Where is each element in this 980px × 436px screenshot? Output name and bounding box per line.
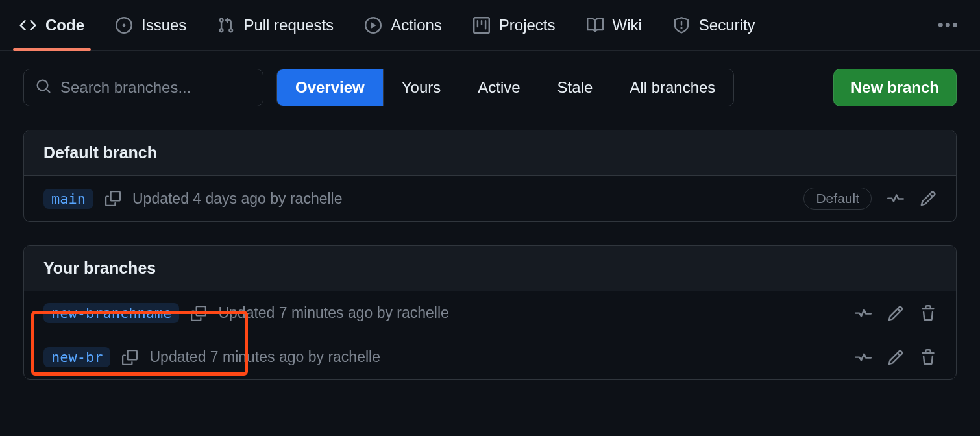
issue-icon (116, 17, 132, 34)
trash-icon[interactable] (920, 305, 937, 322)
search-icon (36, 79, 51, 97)
your-branches-section: Your branches new-branchname Updated 7 m… (23, 245, 957, 380)
tab-pull-requests[interactable]: Pull requests (211, 0, 340, 50)
search-branches-wrapper[interactable] (23, 69, 263, 106)
branch-meta: Updated 7 minutes ago by rachelle (218, 304, 448, 322)
tab-projects[interactable]: Projects (467, 0, 562, 50)
tab-label: Pull requests (243, 16, 334, 34)
branch-name-link[interactable]: new-branchname (43, 303, 179, 323)
repo-nav-tabs: Code Issues Pull requests Actions Projec… (0, 0, 980, 51)
default-branch-section: Default branch main Updated 4 days ago b… (23, 130, 957, 222)
pull-request-icon (217, 17, 234, 34)
search-branches-input[interactable] (60, 79, 251, 97)
project-icon (473, 17, 490, 34)
section-title-default: Default branch (24, 130, 956, 176)
branch-row-actions: Default (803, 188, 937, 210)
tab-label: Issues (141, 16, 186, 34)
branch-filter-group: Overview Yours Active Stale All branches (276, 69, 734, 106)
activity-icon[interactable] (855, 305, 872, 322)
section-title-yours: Your branches (24, 246, 956, 291)
copy-icon[interactable] (105, 191, 121, 206)
tab-wiki[interactable]: Wiki (580, 0, 648, 50)
tab-issues[interactable]: Issues (109, 0, 193, 50)
branch-row: main Updated 4 days ago by rachelle Defa… (24, 176, 956, 221)
tab-label: Projects (499, 16, 556, 34)
branch-name-link[interactable]: new-br (43, 347, 110, 367)
tab-label: Wiki (613, 16, 642, 34)
pencil-icon[interactable] (887, 305, 904, 322)
default-badge: Default (803, 188, 872, 210)
copy-icon[interactable] (122, 350, 138, 365)
tab-actions[interactable]: Actions (358, 0, 448, 50)
branch-row: new-br Updated 7 minutes ago by rachelle (24, 335, 956, 379)
filter-overview[interactable]: Overview (277, 69, 384, 106)
branch-toolbar: Overview Yours Active Stale All branches… (0, 51, 980, 106)
branch-row: new-branchname Updated 7 minutes ago by … (24, 291, 956, 335)
code-icon (19, 17, 36, 34)
overflow-menu-icon[interactable]: ••• (930, 15, 967, 35)
new-branch-button[interactable]: New branch (833, 69, 957, 106)
shield-icon (673, 17, 690, 34)
branch-meta: Updated 4 days ago by rachelle (132, 190, 343, 208)
tab-label: Code (45, 16, 84, 34)
play-icon (365, 17, 382, 34)
tab-code[interactable]: Code (13, 0, 91, 50)
book-icon (587, 17, 604, 34)
tab-label: Security (699, 16, 755, 34)
tab-label: Actions (391, 16, 442, 34)
branch-row-actions (855, 349, 937, 366)
copy-icon[interactable] (191, 306, 206, 321)
pencil-icon[interactable] (920, 190, 937, 207)
filter-stale[interactable]: Stale (539, 69, 612, 106)
pencil-icon[interactable] (887, 349, 904, 366)
filter-active[interactable]: Active (459, 69, 539, 106)
trash-icon[interactable] (920, 349, 937, 366)
filter-all-branches[interactable]: All branches (611, 69, 733, 106)
activity-icon[interactable] (855, 349, 872, 366)
tab-security[interactable]: Security (667, 0, 762, 50)
branch-name-link[interactable]: main (43, 189, 93, 209)
branch-row-actions (855, 305, 937, 322)
activity-icon[interactable] (887, 190, 904, 207)
branch-meta: Updated 7 minutes ago by rachelle (149, 348, 380, 366)
filter-yours[interactable]: Yours (384, 69, 460, 106)
